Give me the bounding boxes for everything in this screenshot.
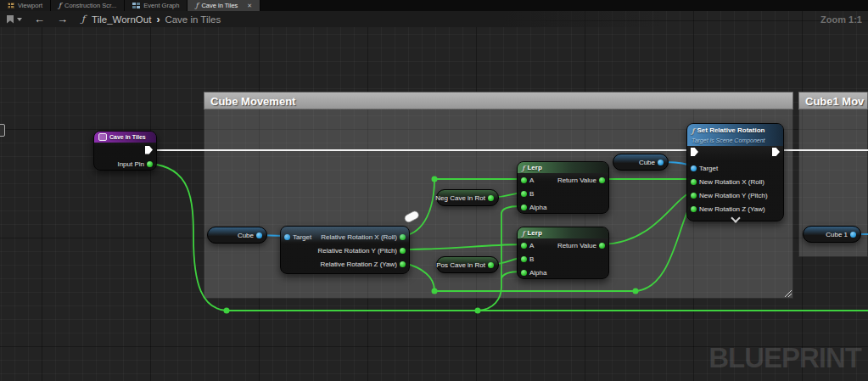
rotation-z-output-pin[interactable] [400,261,406,267]
getter-label: Cube [238,232,254,239]
tab-label: Construction Scr... [64,2,116,9]
lerp-title: Lerp [527,164,541,172]
function-icon: ƒ [522,229,524,238]
breadcrumb-root[interactable]: Tile_WornOut [92,14,151,25]
tab-label: Cave in Tiles [201,2,238,9]
lerp-title: Lerp [527,229,541,238]
blueprint-watermark: BLUEPRINT [708,342,861,374]
set-node-title: Set Relative Rotation [697,126,764,135]
zoom-level-label: Zoom 1:1 [820,14,862,25]
pin-label: New Rotation X (Roll) [699,178,764,186]
cube-output-pin[interactable] [256,233,262,238]
pin-label: Return Value [557,242,596,249]
lerp-node-top[interactable]: ƒ Lerp A Return Value B Alpha [517,161,609,214]
set-relative-rotation-node[interactable]: ƒ Set Relative Rotation Target is Scene … [686,123,784,221]
tab-label: Viewport [18,2,42,9]
pin-label: New Rotation Y (Pitch) [699,192,768,199]
getter-label: Cube [639,159,655,166]
set-node-header: ƒ Set Relative Rotation Target is Scene … [687,124,783,146]
function-icon: ƒ [522,164,524,172]
tab-event-graph[interactable]: Event Graph [125,0,188,11]
function-icon: ƒ [195,2,198,9]
bookmark-icon[interactable] [7,15,14,24]
target-input-pin[interactable] [691,165,697,171]
cube1-output-pin[interactable] [850,232,856,238]
lerp-header: ƒ Lerp [518,227,608,238]
get-relative-rotation-node[interactable]: Target Relative Rotation X (Roll) Relati… [280,226,410,274]
getter-node-cube-1[interactable]: Cube 1 [803,226,861,243]
close-tab-icon[interactable]: ✕ [247,3,252,9]
event-graph-icon [132,3,140,9]
tab-viewport[interactable]: Viewport [0,0,51,11]
output-label: Relative Rotation Y (Pitch) [317,247,397,255]
event-node-title: Cave in Tiles [109,133,146,142]
pin-label: B [529,190,534,198]
comment-title[interactable]: Cube Movement [204,92,793,109]
event-node-header: Cave in Tiles [94,132,156,143]
back-button[interactable]: ← [34,13,45,25]
alpha-input-pin[interactable] [521,205,527,210]
blueprint-editor-window: Viewport ƒ Construction Scr... Event Gra… [0,0,868,381]
getter-label: Pos Cave in Rot [436,261,485,269]
getter-node-cube[interactable]: Cube [207,227,267,244]
tab-bar: Viewport ƒ Construction Scr... Event Gra… [0,0,868,11]
output-pin-label: Input Pin [117,160,144,168]
new-rotation-z-pin[interactable] [691,206,697,212]
getter-node-neg-cave-in-rot[interactable]: Neg Cave in Rot [436,189,499,206]
b-input-pin[interactable] [521,191,527,197]
return-value-pin[interactable] [599,243,605,249]
b-input-pin[interactable] [521,256,527,262]
function-icon: ƒ [81,14,85,25]
lerp-header: ƒ Lerp [518,162,608,173]
pin-label: Alpha [529,204,546,211]
target-input-pin[interactable] [284,234,290,240]
clipped-node-edge [0,124,5,137]
return-value-pin[interactable] [599,177,605,183]
chevron-down-icon[interactable] [17,18,22,21]
input-pin-output[interactable] [147,161,153,167]
exec-output-pin[interactable] [772,148,780,156]
getter-label: Neg Cave in Rot [435,194,485,202]
output-label: Relative Rotation Z (Yaw) [320,261,397,268]
getter-node-cube-2[interactable]: Cube [613,154,669,171]
getter-label: Cube 1 [826,231,848,238]
new-rotation-x-pin[interactable] [691,179,697,185]
rotation-x-output-pin[interactable] [400,234,406,240]
set-node-subtitle: Target is Scene Component [692,137,779,144]
neg-output-pin[interactable] [488,195,494,201]
breadcrumb-current[interactable]: Cave in Tiles [165,14,221,25]
exec-input-pin[interactable] [691,148,698,156]
tab-label: Event Graph [143,2,179,9]
a-input-pin[interactable] [521,177,527,183]
pin-label: Target [699,165,718,172]
a-input-pin[interactable] [521,243,527,249]
forward-button[interactable]: → [57,13,68,25]
tab-cave-in-tiles[interactable]: ƒ Cave in Tiles ✕ [188,0,260,11]
output-label: Relative Rotation X (Roll) [321,233,397,241]
alpha-input-pin[interactable] [521,270,527,276]
pin-label: New Rotation Z (Yaw) [699,205,765,213]
pin-label: Alpha [529,269,546,277]
pin-label: A [529,242,534,249]
exec-output-pin[interactable] [145,146,153,154]
pin-label: B [529,255,534,263]
tab-construction-script[interactable]: ƒ Construction Scr... [51,0,125,11]
pin-label: Return Value [557,176,596,184]
cube-output-pin[interactable] [658,160,664,165]
target-label: Target [293,233,311,241]
getter-node-pos-cave-in-rot[interactable]: Pos Cave in Rot [436,256,499,273]
graph-toolbar: ← → ƒ Tile_WornOut › Cave in Tiles [0,11,662,27]
function-icon: ƒ [59,2,61,9]
pin-label: A [529,176,534,184]
viewport-grid-icon [8,3,14,8]
function-icon: ƒ [692,126,694,135]
new-rotation-y-pin[interactable] [691,193,697,199]
event-node-cave-in-tiles[interactable]: Cave in Tiles Input Pin [93,131,157,171]
rotation-y-output-pin[interactable] [400,248,406,254]
pos-output-pin[interactable] [488,262,494,268]
lerp-node-bottom[interactable]: ƒ Lerp A Return Value B Alpha [517,227,609,279]
comment-title[interactable]: Cube1 Mov [798,92,868,109]
chevron-down-icon[interactable] [731,213,740,222]
breadcrumb-separator: › [156,14,160,25]
collapsed-graph-icon [98,133,107,141]
